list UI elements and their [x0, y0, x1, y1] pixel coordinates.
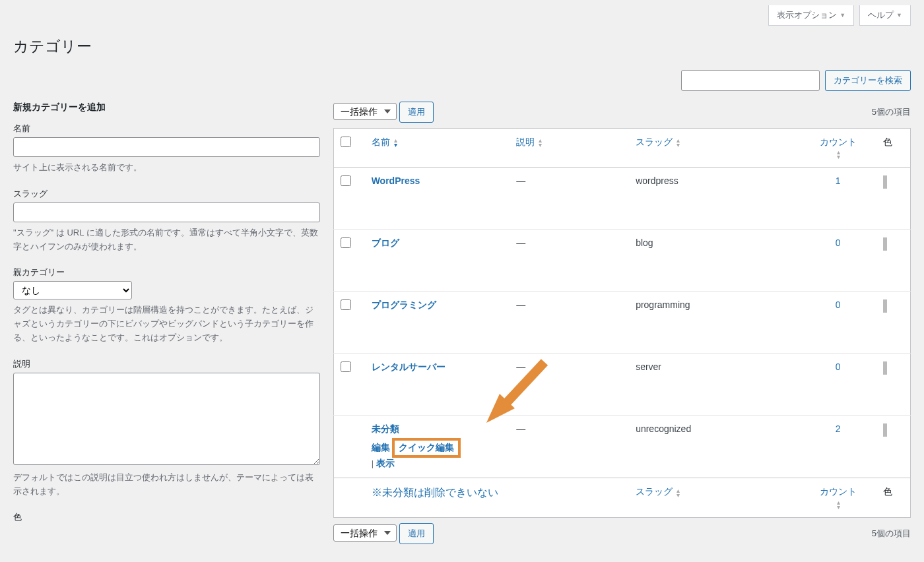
parent-desc: タグとは異なり、カテゴリーは階層構造を持つことができます。たとえば、ジャズという…: [13, 303, 320, 344]
row-name-link[interactable]: ブログ: [372, 237, 399, 248]
row-slug: blog: [629, 230, 799, 292]
help-tab[interactable]: ヘルプ ▼: [859, 5, 911, 26]
color-swatch: [883, 299, 887, 313]
table-row: レンタルサーバー—server0: [334, 354, 911, 416]
description-label: 説明: [13, 358, 320, 370]
column-color-footer: 色: [876, 478, 911, 517]
name-input[interactable]: [13, 137, 320, 157]
color-swatch: [883, 237, 887, 251]
row-name-link[interactable]: WordPress: [372, 175, 420, 186]
row-description: —: [510, 354, 629, 416]
column-count-header[interactable]: カウント ▴▾: [800, 129, 876, 168]
row-actions: 編集 クイック編集| 表示: [372, 438, 504, 470]
row-checkbox[interactable]: [341, 299, 351, 310]
row-count-link[interactable]: 2: [836, 423, 841, 434]
categories-table: 名前 ▴▾ 説明 ▴▾ スラッグ ▴▾ カウント ▴▾ 色: [333, 128, 911, 518]
table-row: WordPress—wordpress1: [334, 168, 911, 230]
slug-input[interactable]: [13, 203, 320, 222]
column-name-header[interactable]: 名前 ▴▾: [365, 129, 510, 168]
row-description: —: [510, 416, 629, 478]
row-slug: unrecognized: [629, 416, 799, 478]
chevron-down-icon: ▼: [896, 12, 902, 18]
row-description: —: [510, 230, 629, 292]
sort-icon: ▴▾: [394, 138, 397, 147]
row-name-link[interactable]: プログラミング: [372, 299, 436, 310]
edit-link[interactable]: 編集: [372, 442, 390, 453]
row-checkbox[interactable]: [341, 237, 351, 248]
table-row: プログラミング—programming0: [334, 292, 911, 354]
table-row: 未分類編集 クイック編集| 表示—unrecognized2: [334, 416, 911, 478]
slug-desc: "スラッグ" は URL に適した形式の名前です。通常はすべて半角小文字で、英数…: [13, 226, 320, 254]
sort-icon: ▴▾: [837, 150, 840, 159]
name-label: 名前: [13, 123, 320, 135]
row-checkbox[interactable]: [341, 175, 351, 186]
row-slug: server: [629, 354, 799, 416]
chevron-down-icon: ▼: [840, 12, 845, 18]
row-description: —: [510, 168, 629, 230]
column-description-header[interactable]: 説明 ▴▾: [510, 129, 629, 168]
items-count-top: 5個の項目: [872, 106, 911, 118]
sort-icon: ▴▾: [539, 138, 542, 147]
row-checkbox[interactable]: [341, 361, 351, 372]
sort-icon: ▴▾: [676, 488, 680, 497]
description-desc: デフォルトではこの説明は目立つ使われ方はしませんが、テーマによっては表示されます…: [13, 471, 320, 499]
sort-icon: ▴▾: [837, 500, 840, 509]
row-name-link[interactable]: 未分類: [372, 423, 399, 434]
row-count-link[interactable]: 0: [836, 237, 841, 248]
select-all-checkbox-top[interactable]: [341, 137, 351, 147]
bulk-action-select-bottom[interactable]: 一括操作: [333, 524, 397, 542]
table-row: ブログ—blog0: [334, 230, 911, 292]
color-swatch: [883, 361, 887, 375]
row-count-link[interactable]: 1: [836, 175, 841, 186]
display-options-tab[interactable]: 表示オプション ▼: [768, 5, 854, 26]
bulk-action-select-top[interactable]: 一括操作: [333, 103, 397, 120]
row-slug: wordpress: [629, 168, 799, 230]
sort-icon: ▴▾: [676, 138, 680, 147]
help-label: ヘルプ: [868, 9, 894, 21]
column-color-header: 色: [876, 129, 911, 168]
display-options-label: 表示オプション: [777, 9, 837, 21]
quick-edit-link[interactable]: クイック編集: [399, 442, 454, 453]
footer-note: ※未分類は削除できいない: [365, 478, 510, 517]
row-count-link[interactable]: 0: [836, 299, 841, 310]
apply-button-bottom[interactable]: 適用: [399, 523, 434, 544]
name-desc: サイト上に表示される名前です。: [13, 161, 320, 175]
slug-label: スラッグ: [13, 188, 320, 200]
row-description: —: [510, 292, 629, 354]
search-input[interactable]: [681, 70, 820, 91]
items-count-bottom: 5個の項目: [872, 528, 911, 540]
search-button[interactable]: カテゴリーを検索: [825, 70, 911, 91]
column-slug-footer[interactable]: スラッグ ▴▾: [629, 478, 799, 517]
color-label: 色: [13, 511, 320, 523]
color-swatch: [883, 423, 887, 437]
row-slug: programming: [629, 292, 799, 354]
apply-button-top[interactable]: 適用: [399, 102, 434, 123]
description-textarea[interactable]: [13, 373, 320, 465]
parent-label: 親カテゴリー: [13, 266, 320, 278]
column-slug-header[interactable]: スラッグ ▴▾: [629, 129, 799, 168]
parent-select[interactable]: なし: [13, 281, 132, 299]
page-title: カテゴリー: [13, 36, 911, 57]
color-swatch: [883, 175, 887, 189]
column-count-footer[interactable]: カウント ▴▾: [800, 478, 876, 517]
row-name-link[interactable]: レンタルサーバー: [372, 361, 446, 372]
add-new-heading: 新規カテゴリーを追加: [13, 102, 320, 113]
row-count-link[interactable]: 0: [836, 361, 841, 372]
view-link[interactable]: 表示: [376, 458, 395, 468]
quick-edit-highlight: クイック編集: [392, 438, 461, 458]
